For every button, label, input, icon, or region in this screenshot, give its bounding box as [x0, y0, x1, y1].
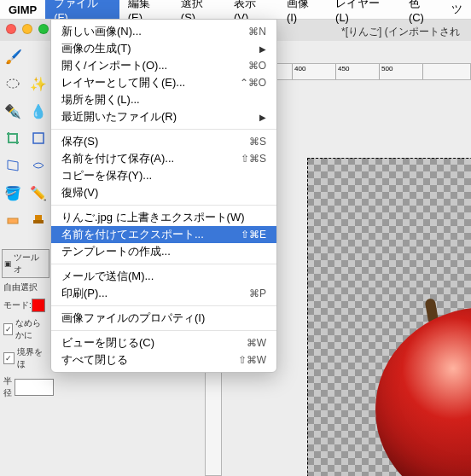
menu-item[interactable]: 保存(S)⌘S: [51, 133, 276, 150]
image-content-apple: [375, 299, 471, 476]
menu-item-label: コピーを保存(Y)...: [61, 168, 152, 183]
submenu-arrow-icon: ▶: [259, 113, 266, 122]
svg-rect-3: [35, 215, 42, 220]
menu-item-shortcut: ⌘P: [249, 287, 266, 299]
menu-select[interactable]: 選択(S): [172, 0, 225, 19]
menubar: GIMP ファイル(F) 編集(E) 選択(S) 表示(V) 画像(I) レイヤ…: [0, 0, 471, 20]
menu-item-shortcut: ⌘W: [247, 337, 266, 349]
menu-item[interactable]: 画像の生成(T)▶: [51, 40, 276, 57]
tool-cage-icon[interactable]: [26, 153, 50, 178]
tool-fuzzy-select-icon[interactable]: ✨: [26, 71, 50, 96]
tool-bucket-icon[interactable]: 🪣: [1, 180, 25, 206]
menu-item-label: テンプレートの作成...: [61, 244, 171, 259]
menu-item-label: 開く/インポート(O)...: [61, 58, 167, 73]
menu-item[interactable]: ビューを閉じる(C)⌘W: [51, 334, 276, 351]
menu-item-shortcut: ⌘O: [248, 60, 266, 72]
menu-item-label: 場所を開く(L)...: [61, 92, 140, 107]
toolbox: 🖌️ ✨ ✒️ 💧 🪣 ✏️: [0, 43, 51, 234]
menu-image[interactable]: 画像(I): [278, 0, 327, 19]
tool-lasso-icon[interactable]: 🖌️: [1, 44, 26, 69]
menu-file[interactable]: ファイル(F): [45, 0, 119, 19]
menu-item[interactable]: メールで送信(M)...: [51, 268, 276, 285]
tool-pencil-icon[interactable]: ✏️: [26, 180, 50, 206]
menu-item-shortcut: ⌃⌘O: [240, 77, 266, 89]
tool-eraser-icon[interactable]: [1, 207, 25, 233]
menu-item[interactable]: 名前を付けてエクスポート...⇧⌘E: [51, 226, 276, 243]
tool-options-panel: ▣ ツールオ 自由選択 モード: ✓ なめらかに ✓ 境界をほ 半径: [0, 247, 51, 403]
menu-item[interactable]: レイヤーとして開く(E)...⌃⌘O: [51, 74, 276, 91]
menu-color[interactable]: 色(C): [400, 0, 443, 19]
menu-tools-truncated[interactable]: ツ: [443, 0, 471, 19]
menu-item-label: りんご.jpg に上書きエクスポート(W): [61, 210, 245, 225]
menu-item[interactable]: 場所を開く(L)...: [51, 91, 276, 108]
close-dot[interactable]: [6, 24, 16, 34]
menu-item-label: 保存(S): [61, 134, 98, 149]
window-title: *[りんご] (インポートされ: [341, 25, 460, 39]
tool-shear-icon[interactable]: [1, 153, 25, 178]
svg-rect-4: [33, 220, 44, 223]
menu-item[interactable]: 画像ファイルのプロパティ(I): [51, 310, 276, 327]
menu-item[interactable]: 新しい画像(N)...⌘N: [51, 23, 276, 40]
menu-item-label: 名前を付けて保存(A)...: [61, 151, 174, 166]
svg-point-0: [7, 79, 19, 88]
menu-item-label: レイヤーとして開く(E)...: [61, 75, 185, 90]
tool-pen-icon[interactable]: ✒️: [1, 98, 25, 124]
menu-item[interactable]: 開く/インポート(O)...⌘O: [51, 57, 276, 74]
menu-item-label: 復帰(V): [61, 185, 98, 200]
menu-item-label: 画像ファイルのプロパティ(I): [61, 311, 205, 326]
menu-item-label: 新しい画像(N)...: [61, 24, 142, 39]
radius-label: 半径: [3, 375, 12, 399]
menu-item-shortcut: ⇧⌘S: [241, 153, 266, 165]
minimize-dot[interactable]: [22, 24, 32, 34]
tool-options-header: ツールオ: [14, 252, 47, 276]
tool-picker-icon[interactable]: 💧: [26, 98, 50, 124]
tool-transform-icon[interactable]: [26, 125, 50, 151]
zoom-dot[interactable]: [38, 24, 49, 34]
mode-swatch[interactable]: [32, 299, 45, 312]
menu-item-shortcut: ⇧⌘W: [238, 354, 266, 366]
menu-item[interactable]: りんご.jpg に上書きエクスポート(W): [51, 209, 276, 226]
radius-input[interactable]: [15, 379, 54, 396]
file-menu-dropdown: 新しい画像(N)...⌘N画像の生成(T)▶開く/インポート(O)...⌘Oレイ…: [50, 19, 277, 373]
menu-item-label: 最近開いたファイル(R): [61, 109, 177, 125]
feather-checkbox[interactable]: ✓: [3, 352, 15, 364]
menu-item[interactable]: コピーを保存(Y)...: [51, 167, 276, 184]
feather-label: 境界をほ: [17, 346, 48, 370]
menu-item-label: メールで送信(M)...: [61, 269, 154, 284]
app-name: GIMP: [0, 3, 45, 16]
antialias-label: なめらかに: [15, 317, 48, 341]
menu-item-shortcut: ⌘N: [248, 26, 266, 38]
svg-rect-2: [8, 218, 18, 223]
menu-item-shortcut: ⌘S: [249, 136, 266, 148]
menu-item[interactable]: 名前を付けて保存(A)...⇧⌘S: [51, 150, 276, 167]
menu-edit[interactable]: 編集(E): [119, 0, 172, 19]
menu-layer[interactable]: レイヤー(L): [327, 0, 400, 19]
menu-item[interactable]: 復帰(V): [51, 184, 276, 201]
menu-item-label: すべて閉じる: [61, 352, 128, 368]
tool-circle-select-icon[interactable]: [1, 71, 25, 96]
menu-item-label: 画像の生成(T): [61, 41, 131, 56]
tool-crop-icon[interactable]: [1, 125, 25, 151]
antialias-checkbox[interactable]: ✓: [3, 323, 13, 335]
menu-item[interactable]: テンプレートの作成...: [51, 243, 276, 260]
submenu-arrow-icon: ▶: [259, 44, 266, 54]
tool-name-label: 自由選択: [2, 280, 49, 295]
menu-item-label: 印刷(P)...: [61, 286, 108, 301]
window-controls: [6, 24, 49, 34]
menu-item[interactable]: すべて閉じる⇧⌘W: [51, 351, 276, 369]
menu-item-label: ビューを閉じる(C): [61, 335, 154, 351]
menu-item[interactable]: 印刷(P)...⌘P: [51, 285, 276, 302]
mode-label: モード:: [3, 299, 32, 311]
tool-stamp-icon[interactable]: [26, 207, 50, 233]
menu-view[interactable]: 表示(V): [225, 0, 278, 19]
menu-item-label: 名前を付けてエクスポート...: [61, 227, 204, 242]
svg-rect-1: [33, 133, 44, 143]
menu-item-shortcut: ⇧⌘E: [241, 229, 266, 241]
menu-item[interactable]: 最近開いたファイル(R)▶: [51, 108, 276, 125]
